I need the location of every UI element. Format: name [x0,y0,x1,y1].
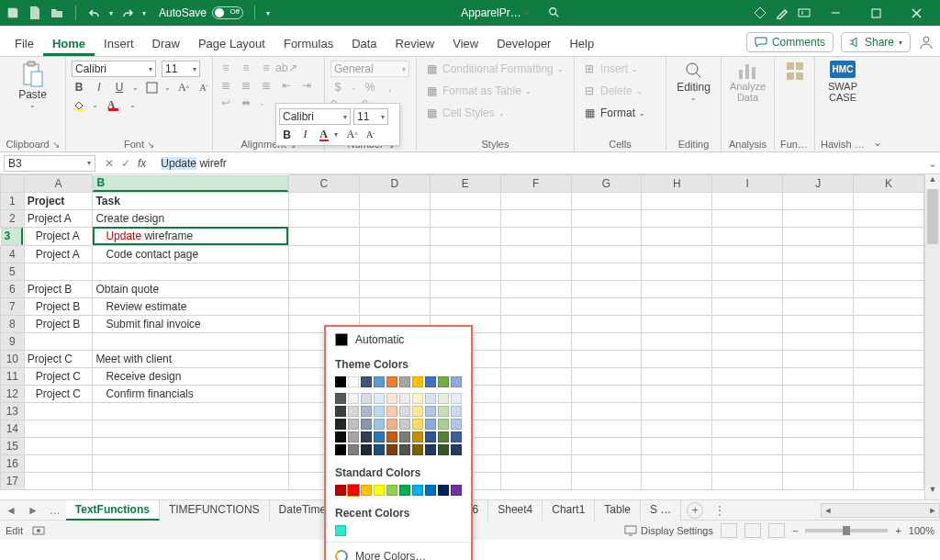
color-swatch[interactable] [438,431,449,442]
mini-italic[interactable]: I [297,127,313,142]
cancel-icon[interactable]: ✕ [105,157,114,170]
number-format-selector[interactable]: General▾ [330,61,409,77]
color-swatch[interactable] [399,431,410,442]
mini-font-color[interactable]: A [316,127,331,142]
color-swatch[interactable] [374,376,385,387]
color-swatch[interactable] [451,406,462,417]
color-swatch[interactable] [386,431,397,442]
border-button[interactable] [144,80,159,95]
color-swatch[interactable] [412,393,423,404]
font-selector[interactable]: Calibri▾ [72,61,156,77]
autosave-toggle[interactable]: AutoSave Off [159,6,243,19]
zoom-slider[interactable] [805,529,888,532]
new-sheet-button[interactable]: + [687,502,703,519]
color-swatch[interactable] [374,393,385,404]
tab-insert[interactable]: Insert [95,29,143,56]
color-swatch[interactable] [412,376,423,387]
zoom-level[interactable]: 100% [909,525,934,536]
color-swatch[interactable] [399,419,410,430]
format-table-button[interactable]: ▦Format as Table⌄ [422,83,533,99]
percent-icon[interactable]: % [363,80,377,95]
sheet-tab[interactable]: TextFunctions [66,500,160,521]
tab-developer[interactable]: Developer [487,29,560,56]
mini-shrink-font-icon[interactable]: Aˇ [363,127,378,142]
color-swatch[interactable] [399,406,410,417]
clipboard-dialog-icon[interactable]: ↘ [50,140,60,150]
color-swatch[interactable] [348,431,359,442]
color-swatch[interactable] [412,485,423,496]
tab-page-layout[interactable]: Page Layout [189,29,274,56]
color-swatch[interactable] [425,406,436,417]
orientation-icon[interactable]: ab↗ [279,61,294,75]
italic-button[interactable]: I [92,80,106,95]
color-swatch[interactable] [438,485,449,496]
worksheet-grid[interactable]: ABCDEFGHIJK1ProjectTask2Project ACreate … [0,174,940,499]
mini-font-select[interactable]: Calibri▾ [279,108,351,125]
color-swatch[interactable] [335,406,346,417]
ribbon-mode-icon[interactable] [797,6,811,20]
editing-button[interactable]: Editing⌄ [672,61,715,102]
color-swatch[interactable] [386,485,397,496]
color-swatch[interactable] [361,419,372,430]
indent-dec-icon[interactable]: ⇤ [279,78,294,93]
color-swatch[interactable] [399,376,410,387]
accounting-icon[interactable]: $ [330,80,345,95]
sheet-tab[interactable]: S … [641,500,681,521]
color-swatch[interactable] [374,406,385,417]
mini-bold[interactable]: B [279,127,295,142]
color-swatch[interactable] [425,431,436,442]
font-dialog-icon[interactable]: ↘ [144,140,154,150]
color-swatch[interactable] [425,444,436,455]
align-left-icon[interactable]: ≣ [218,78,233,93]
expand-fxbar-icon[interactable]: ⌄ [925,157,940,170]
name-box[interactable]: B3▾ [4,155,95,172]
color-swatch[interactable] [438,419,449,430]
delete-cells-button[interactable]: ⊟Delete⌄ [580,83,644,99]
color-swatch[interactable] [348,485,359,496]
maximize-button[interactable] [859,1,892,25]
color-swatch[interactable] [386,393,397,404]
color-swatch[interactable] [348,444,359,455]
tab-review[interactable]: Review [386,29,444,56]
redo-icon[interactable] [120,6,135,20]
color-swatch[interactable] [335,485,346,496]
open-icon[interactable] [50,6,64,20]
color-swatch[interactable] [386,406,397,417]
color-swatch[interactable] [348,406,359,417]
color-swatch[interactable] [335,444,346,455]
align-middle-icon[interactable]: ≡ [239,61,253,75]
color-swatch[interactable] [412,419,423,430]
color-swatch[interactable] [374,431,385,442]
color-swatch[interactable] [425,376,436,387]
align-bottom-icon[interactable]: ≡ [259,61,274,75]
mini-font-color-dd[interactable]: ▾ [334,130,341,139]
wrap-icon[interactable]: ↩ [218,95,233,110]
color-swatch[interactable] [425,393,436,404]
tab-menu[interactable]: … [44,504,66,517]
document-name[interactable]: ApparelPr…▾ [461,6,528,19]
new-icon[interactable] [28,6,42,20]
color-swatch[interactable] [412,444,423,455]
color-swatch[interactable] [438,376,449,387]
sheet-tab[interactable]: TIMEFUNCTIONS [160,500,270,521]
color-swatch[interactable] [361,485,372,496]
tab-file[interactable]: File [6,29,43,56]
format-cells-button[interactable]: ▦Format⌄ [580,105,647,121]
collapse-ribbon-icon[interactable]: ⌄ [870,57,885,151]
color-swatch[interactable] [451,431,462,442]
color-swatch[interactable] [412,431,423,442]
tab-scroll-left[interactable]: ◄ [0,504,22,517]
color-swatch[interactable] [348,376,359,387]
color-swatch[interactable] [451,485,462,496]
align-center-icon[interactable]: ≣ [239,78,253,93]
normal-view-icon[interactable] [721,523,737,538]
tab-help[interactable]: Help [560,29,603,56]
page-break-view-icon[interactable] [768,523,785,538]
indent-inc-icon[interactable]: ⇥ [299,78,314,93]
color-swatch[interactable] [348,419,359,430]
minimize-button[interactable] [819,1,852,25]
color-swatch[interactable] [425,419,436,430]
color-swatch[interactable] [386,419,397,430]
page-layout-view-icon[interactable] [744,523,761,538]
color-swatch[interactable] [438,393,449,404]
